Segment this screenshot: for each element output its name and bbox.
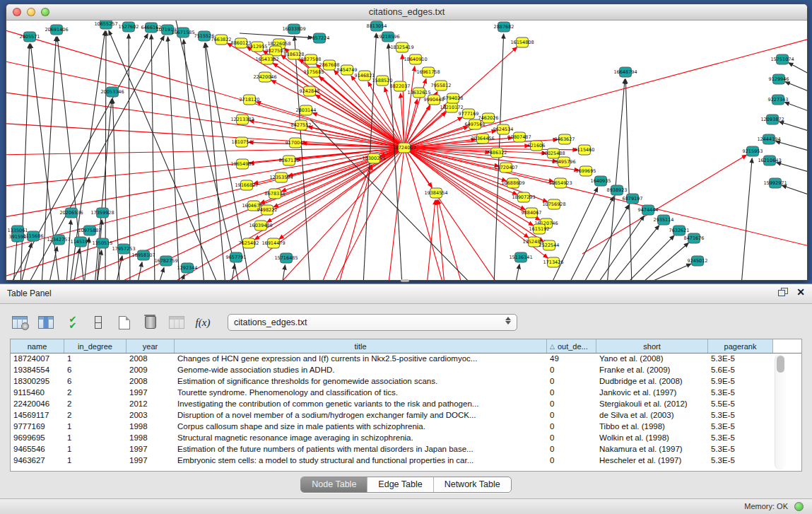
table-cell[interactable]: 5.3E-5 [708,410,773,421]
graph-edge[interactable] [438,200,462,280]
table-row[interactable]: 1456911722003Disruption of a novel membe… [11,410,801,421]
delete-table-icon[interactable] [142,314,159,331]
table-cell[interactable]: 2008 [126,354,175,365]
table-cell[interactable]: Changes of HCN gene expression and I(f) … [175,354,547,365]
new-table-icon[interactable] [116,314,133,331]
column-header-title[interactable]: title [175,339,547,353]
table-cell[interactable]: 1 [64,433,126,444]
table-cell[interactable]: 1997 [126,444,175,455]
table-cell[interactable]: 19384554 [11,365,64,376]
table-cell[interactable]: 5.3E-5 [708,354,773,365]
node-table[interactable]: namein_degreeyeartitle△out_de...shortpag… [10,339,802,472]
graph-edge[interactable] [582,155,746,254]
table-cell[interactable]: 5.5E-5 [708,399,773,410]
graph-edge[interactable] [105,148,404,280]
import-table-icon[interactable] [168,314,185,331]
table-cell[interactable]: Stergiakouli et al. (2012) [596,399,708,410]
table-row[interactable]: 946554611997Estimation of the future num… [11,444,801,455]
table-row[interactable]: 969969511998Structural magnetic resonanc… [11,433,801,444]
table-cell[interactable]: Yano et al. (2008) [596,354,708,365]
table-cell[interactable]: 5.3E-5 [708,421,773,433]
table-cell[interactable]: 2012 [126,399,175,410]
graph-edge[interactable] [437,200,445,280]
graph-edge[interactable] [404,148,807,247]
graph-edge[interactable] [129,34,130,280]
table-row[interactable]: 977716911998Corpus callosum shape and si… [11,421,801,433]
network-table-selector[interactable]: citations_edges.txt [228,314,517,331]
table-cell[interactable]: 2 [64,387,126,399]
graph-edge[interactable] [741,158,752,280]
graph-edge[interactable] [158,268,164,280]
graph-edge[interactable] [776,141,807,151]
split-pane-grip[interactable] [401,279,409,282]
table-cell[interactable]: Corpus callosum shape and size in male p… [175,421,547,433]
table-cell[interactable]: 1 [64,455,126,467]
column-header-indegree[interactable]: in_degree [64,339,126,353]
table-cell[interactable]: 22420046 [11,399,64,410]
table-body[interactable]: 1872400712008Changes of HCN gene express… [11,354,801,467]
graph-edge[interactable] [404,100,417,148]
graph-edge[interactable] [339,165,372,280]
table-header-row[interactable]: namein_degreeyeartitle△out_de...shortpag… [11,339,801,354]
float-panel-icon[interactable] [778,288,788,296]
graph-edge[interactable] [782,185,807,194]
graph-edge[interactable] [596,216,644,280]
table-cell[interactable]: 18724007 [11,354,64,365]
table-scrollbar[interactable] [775,354,786,469]
tab-network-table[interactable]: Network Table [434,477,511,492]
table-cell[interactable]: Nakamura et al. (1997) [596,444,708,455]
column-header-name[interactable]: name [11,339,64,353]
table-cell[interactable]: 0 [547,399,596,410]
table-cell[interactable]: 2 [64,410,126,421]
table-cell[interactable]: 1 [64,354,126,365]
graph-edge[interactable] [639,243,688,280]
table-cell[interactable]: 9465546 [11,444,64,455]
table-cell[interactable]: 0 [547,387,596,399]
table-cell[interactable]: Embryonic stem cells: a model to study s… [175,455,547,467]
table-cell[interactable]: Dudbridge et al. (2008) [596,376,708,387]
table-cell[interactable]: 0 [547,365,596,376]
table-cell[interactable]: 49 [547,354,596,365]
graph-edge[interactable] [49,247,57,280]
graph-edge[interactable] [109,30,218,280]
table-cell[interactable]: 9777169 [11,421,64,433]
graph-edge[interactable] [582,205,629,280]
graph-edge[interactable] [240,33,312,37]
row-height-icon[interactable] [90,314,107,331]
graph-edge[interactable] [779,122,807,131]
select-column-icon[interactable] [37,314,54,331]
table-cell[interactable]: 2009 [126,365,175,376]
table-cell[interactable]: 5.3E-5 [708,433,773,444]
close-panel-icon[interactable]: ✕ [796,288,805,296]
network-window-titlebar[interactable]: citations_edges.txt [6,4,807,21]
graph-edge[interactable] [20,44,30,280]
table-cell[interactable]: 1998 [126,433,175,444]
table-cell[interactable]: Tourette syndrome. Phenomenology and cla… [175,387,547,399]
table-cell[interactable]: Genome-wide association studies in ADHD. [175,365,547,376]
graph-edge[interactable] [784,102,807,111]
graph-edge[interactable] [625,79,632,280]
table-cell[interactable]: 5.3E-5 [708,387,773,399]
table-cell[interactable]: 6 [64,365,126,376]
table-cell[interactable]: 5.6E-5 [708,365,773,376]
column-header-year[interactable]: year [126,339,175,353]
column-header-short[interactable]: short [596,339,708,353]
table-cell[interactable]: 1997 [126,455,175,467]
graph-edge[interactable] [257,102,404,148]
graph-edge[interactable] [611,226,659,280]
table-cell[interactable]: 9463627 [11,455,64,467]
table-cell[interactable]: Hescheler et al. (1997) [596,455,708,467]
graph-edge[interactable] [404,66,415,148]
table-row[interactable]: 911546021997Tourette syndrome. Phenomeno… [11,387,801,399]
table-cell[interactable]: Disruption of a novel member of a sodium… [175,410,547,421]
table-cell[interactable]: 1 [64,421,126,433]
table-cell[interactable]: 0 [547,410,596,421]
table-cell[interactable]: 0 [547,444,596,455]
table-cell[interactable]: 2003 [126,410,175,421]
table-row[interactable]: 1830029562008Estimation of significance … [11,376,801,387]
graph-edge[interactable] [777,163,807,172]
table-cell[interactable]: 0 [547,455,596,467]
graph-edge[interactable] [151,35,155,280]
table-row[interactable]: 946362711997Embryonic stem cells: a mode… [11,455,801,467]
table-row[interactable]: 2242004622012Investigating the contribut… [11,399,801,410]
